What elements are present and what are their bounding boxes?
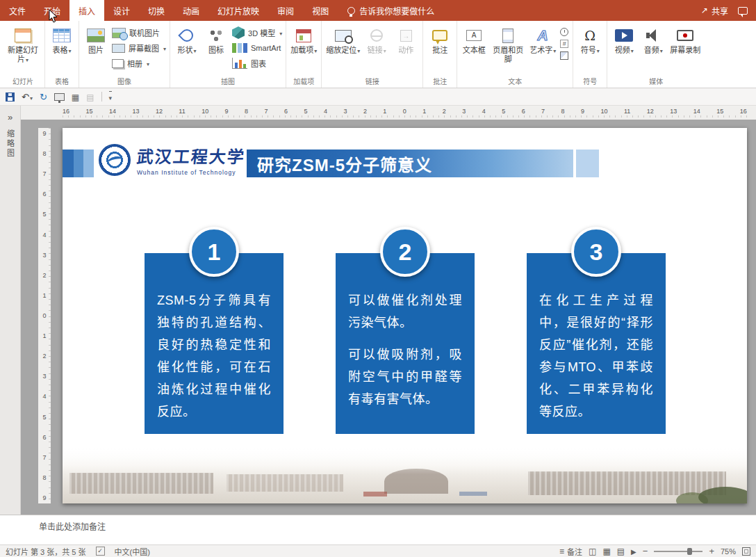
ribbon-tab-bar: 文件 开始 插入 设计 切换 动画 幻灯片放映 审阅 视图 告诉我你想要做什么 … — [0, 0, 756, 21]
zoom-slider[interactable] — [654, 551, 702, 552]
table-button[interactable]: 表格 — [47, 23, 76, 56]
zoom-in-icon[interactable] — [709, 546, 714, 556]
number-circle-3[interactable]: 3 — [571, 227, 621, 277]
share-icon — [701, 6, 708, 15]
icons-button[interactable]: 图标 — [202, 23, 231, 55]
dropdown-arrow-icon — [659, 46, 663, 54]
new-comment-button[interactable]: 批注 — [425, 23, 454, 55]
share-button[interactable]: 共享 — [701, 5, 728, 17]
number-circle-1[interactable]: 1 — [189, 227, 239, 277]
chart-tool-icon — [86, 92, 94, 102]
spellcheck-icon[interactable] — [96, 547, 105, 556]
status-bar: 幻灯片 第 3 张，共 5 张 中文(中国) 备注 75% — [0, 544, 756, 557]
undo-button[interactable] — [22, 92, 33, 102]
customize-qat-icon[interactable] — [109, 91, 113, 102]
screen-recording-button[interactable]: 屏幕录制 — [668, 23, 702, 55]
chart-icon — [232, 58, 247, 69]
notes-icon — [559, 547, 564, 556]
zoom-link-button[interactable]: 缩放定位 — [324, 23, 362, 56]
vertical-ruler-numbers: 9876543210123456789 — [38, 128, 51, 503]
redo-icon[interactable] — [40, 92, 47, 102]
tab-view[interactable]: 视图 — [303, 0, 338, 21]
dropdown-arrow-icon — [383, 46, 386, 54]
audio-button[interactable]: 音频 — [639, 23, 668, 56]
slide-sorter-view-icon[interactable] — [602, 547, 610, 556]
new-slide-button[interactable]: 新建幻灯片 — [3, 23, 42, 65]
normal-view-icon[interactable] — [589, 547, 596, 556]
ribbon-group-images: 图片 联机图片 屏幕截图 相册 图像 — [79, 21, 170, 88]
fit-slide-to-window-icon[interactable] — [742, 547, 750, 556]
content-box-1[interactable]: ZSM-5分子筛具有独特的孔道结构、良好的热稳定性和催化性能，可在石油炼化过程中… — [145, 253, 284, 434]
number-circle-2[interactable]: 2 — [380, 227, 430, 277]
slide-title[interactable]: 研究ZSM-5分子筛意义 — [247, 150, 573, 177]
dropdown-arrow-icon — [356, 46, 360, 54]
zoom-slider-thumb[interactable] — [687, 548, 692, 555]
3d-models-button[interactable]: 3D 模型 — [232, 26, 282, 39]
title-band-extension — [576, 150, 599, 177]
university-name-zh: 武汉工程大学 — [135, 143, 247, 168]
tell-me-box[interactable]: 告诉我你想要做什么 — [338, 0, 444, 21]
dropdown-arrow-icon — [67, 46, 71, 54]
object-icon[interactable] — [560, 51, 568, 60]
ribbon-group-comments: 批注 批注 — [423, 21, 457, 88]
tab-review[interactable]: 审阅 — [268, 0, 303, 21]
wordart-button[interactable]: 艺术字 — [527, 23, 558, 56]
tree-shape — [698, 487, 747, 503]
picture-icon — [87, 29, 105, 42]
shapes-icon — [178, 26, 195, 44]
screenshot-button[interactable]: 屏幕截图 — [112, 42, 166, 54]
save-icon[interactable] — [6, 92, 15, 102]
video-button[interactable]: 视频 — [609, 23, 639, 56]
symbol-button[interactable]: Ω 符号 — [575, 23, 605, 56]
ribbon-group-links: 缩放定位 链接 动作 链接 — [322, 21, 423, 88]
roof-shape — [363, 492, 387, 497]
notes-toggle-button[interactable]: 备注 — [559, 546, 582, 557]
tab-slideshow[interactable]: 幻灯片放映 — [208, 0, 268, 21]
tab-transitions[interactable]: 切换 — [139, 0, 174, 21]
text-box-button[interactable]: 文本框 — [459, 23, 488, 55]
grid-icon[interactable] — [72, 92, 79, 102]
header-footer-button[interactable]: 页眉和页脚 — [488, 23, 527, 64]
dropdown-arrow-icon — [630, 46, 634, 54]
icons-icon — [208, 28, 224, 43]
date-time-icon[interactable] — [560, 28, 568, 36]
ribbon-group-text: 文本框 页眉和页脚 艺术字 文本 — [457, 21, 573, 88]
tab-design[interactable]: 设计 — [104, 0, 139, 21]
slide-number-icon[interactable] — [560, 40, 568, 48]
shapes-button[interactable]: 形状 — [172, 23, 202, 56]
picture-button[interactable]: 图片 — [81, 23, 110, 55]
start-slideshow-icon[interactable] — [54, 93, 65, 101]
addins-button[interactable]: 加载项 — [288, 23, 319, 56]
text-box-icon — [466, 30, 482, 41]
header-footer-icon — [502, 29, 513, 43]
tab-insert[interactable]: 插入 — [69, 0, 104, 21]
addins-icon — [296, 29, 311, 42]
tab-animations[interactable]: 动画 — [174, 0, 208, 21]
zoom-level[interactable]: 75% — [721, 547, 736, 556]
notes-pane[interactable]: 单击此处添加备注 — [0, 515, 756, 544]
audio-icon — [645, 29, 662, 42]
wordart-icon — [538, 27, 548, 44]
content-box-3[interactable]: 在化工生产过程中，是很好的“择形反应”催化剂，还能参与MTO、甲苯歧化、二甲苯异… — [527, 253, 666, 434]
photo-album-button[interactable]: 相册 — [112, 57, 166, 70]
thumbnail-pane-label: 缩略图 — [5, 129, 16, 159]
dropdown-arrow-icon — [279, 29, 282, 37]
video-icon — [615, 29, 633, 42]
university-logo[interactable]: 武汉工程大学 Wuhan Institute of Technology — [99, 143, 245, 176]
comments-icon[interactable] — [738, 7, 748, 15]
campus-photo[interactable] — [63, 446, 747, 503]
language-indicator[interactable]: 中文(中国) — [115, 546, 150, 557]
smartart-button[interactable]: SmartArt — [232, 42, 282, 54]
tab-file[interactable]: 文件 — [0, 0, 35, 21]
reading-view-icon[interactable] — [617, 547, 625, 556]
slide-canvas: 9876543210123456789 武汉工程大学 Wuhan Institu… — [21, 120, 756, 515]
zoom-out-icon[interactable] — [643, 546, 648, 556]
chart-button[interactable]: 图表 — [232, 57, 282, 70]
slideshow-view-icon[interactable] — [631, 547, 636, 556]
tab-home[interactable]: 开始 — [35, 0, 69, 21]
expand-pane-chevron-icon[interactable] — [8, 111, 13, 123]
dropdown-arrow-icon — [163, 44, 166, 52]
online-pictures-button[interactable]: 联机图片 — [112, 26, 166, 39]
content-box-2[interactable]: 可以做催化剂处理污染气体。 可以做吸附剂，吸附空气中的甲醛等有毒有害气体。 — [336, 253, 475, 434]
photo-fade-overlay — [63, 446, 747, 474]
